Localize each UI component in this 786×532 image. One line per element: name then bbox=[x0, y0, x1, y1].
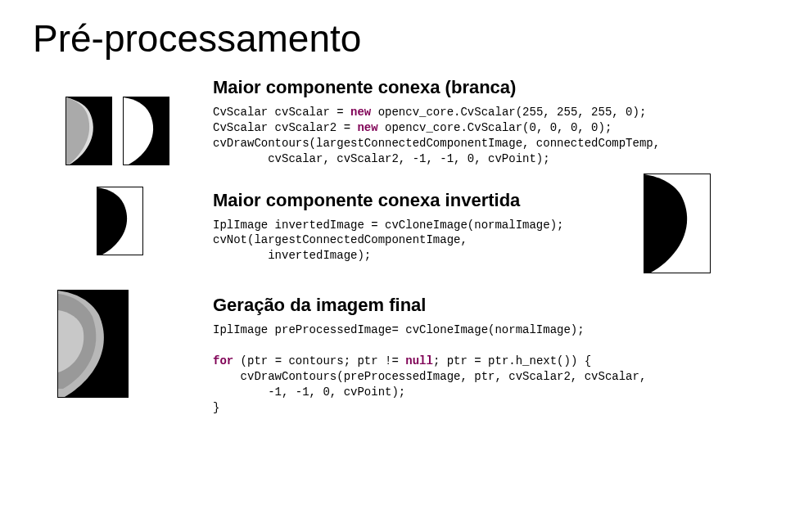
code-keyword-new: new bbox=[357, 121, 377, 134]
code-text: IplImage preProcessedImage= cvCloneImage… bbox=[213, 323, 585, 336]
code-text: opencv_core.CvScalar(255, 255, 255, 0); bbox=[371, 106, 646, 119]
code-text: CvScalar cvScalar = bbox=[213, 106, 350, 119]
section1-heading: Maior componente conexa (branca) bbox=[213, 77, 753, 98]
thumbnail-inverted-large bbox=[644, 174, 711, 273]
code-text: (ptr = contours; ptr != bbox=[233, 354, 405, 367]
section3-heading: Geração da imagem final bbox=[213, 295, 753, 316]
section3-code: IplImage preProcessedImage= cvCloneImage… bbox=[213, 322, 753, 415]
code-text: IplImage invertedImage = cvCloneImage(no… bbox=[213, 219, 563, 232]
section-major-component-inverted: Maior componente conexa invertida IplIma… bbox=[33, 190, 753, 264]
thumbnail-binary-1 bbox=[123, 97, 169, 165]
thumbnail-final bbox=[57, 290, 129, 398]
code-text: opencv_core.CvScalar(0, 0, 0, 0); bbox=[378, 121, 612, 134]
code-text: cvNot(largestConnectedComponentImage, bbox=[213, 233, 468, 246]
code-keyword-for: for bbox=[213, 354, 233, 367]
code-keyword-null: null bbox=[405, 354, 433, 367]
code-text: invertedImage); bbox=[213, 249, 371, 262]
code-text: -1, -1, 0, cvPoint); bbox=[213, 385, 405, 399]
section-final-image: Geração da imagem final IplImage preProc… bbox=[33, 295, 753, 415]
thumbnail-original-1 bbox=[66, 97, 112, 165]
code-keyword-new: new bbox=[350, 106, 371, 119]
page-title: Pré-processamento bbox=[33, 16, 753, 61]
code-text: cvDrawContours(preProcessedImage, ptr, c… bbox=[213, 370, 646, 383]
section-major-component-white: Maior componente conexa (branca) CvScala… bbox=[33, 77, 753, 167]
code-text: ; ptr = ptr.h_next()) { bbox=[433, 354, 591, 367]
code-text: } bbox=[213, 401, 219, 414]
thumbnail-inverted-small bbox=[97, 187, 143, 255]
section1-code: CvScalar cvScalar = new opencv_core.CvSc… bbox=[213, 105, 753, 167]
code-text: cvDrawContours(largestConnectedComponent… bbox=[213, 137, 660, 150]
code-text: CvScalar cvScalar2 = bbox=[213, 121, 357, 134]
code-text: cvScalar, cvScalar2, -1, -1, 0, cvPoint)… bbox=[213, 152, 550, 165]
